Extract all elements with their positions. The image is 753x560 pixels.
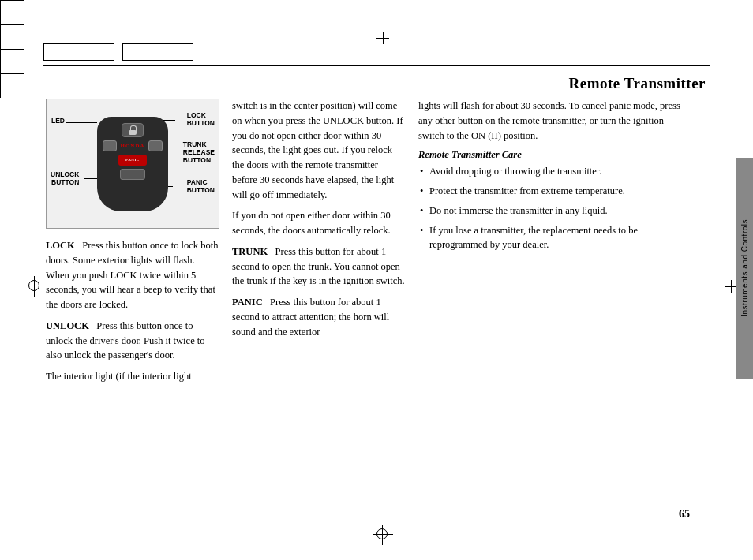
bullet-4: If you lose a transmitter, the replaceme… bbox=[418, 223, 688, 253]
header-rule bbox=[43, 65, 710, 66]
lock-button-label: LOCKBUTTON bbox=[187, 111, 215, 127]
interior-light-text: The interior light (if the interior ligh… bbox=[46, 369, 219, 384]
unlock-heading: UNLOCK bbox=[46, 320, 89, 331]
bullet-1: Avoid dropping or throwing the transmitt… bbox=[418, 164, 688, 179]
remote-btn-right bbox=[148, 140, 163, 151]
remote-panic-button-visual: PANIC bbox=[118, 155, 147, 166]
main-content: LED LOCKBUTTON TRUNKRELEASEBUTTON UNLOCK… bbox=[46, 99, 688, 505]
trunk-section: TRUNK Press this button for about 1 seco… bbox=[232, 245, 406, 289]
unlock-button-label: UNLOCKBUTTON bbox=[51, 170, 79, 186]
page-title: Remote Transmitter bbox=[569, 75, 706, 92]
lock-heading: LOCK bbox=[46, 240, 75, 251]
corner-mark-tl-h bbox=[0, 0, 24, 1]
led-line bbox=[66, 122, 97, 123]
panic-button-label: PANICBUTTON bbox=[187, 178, 215, 194]
corner-mark-tr-h bbox=[0, 24, 24, 25]
panic-heading: PANIC bbox=[232, 297, 263, 308]
led-label: LED bbox=[51, 117, 65, 125]
right-column: lights will flash for about 30 seconds. … bbox=[418, 99, 688, 505]
bullet-2: Protect the transmitter from extreme tem… bbox=[418, 184, 688, 199]
side-tab-text: Instruments and Controls bbox=[740, 219, 749, 317]
corner-mark-bl-v bbox=[0, 50, 1, 73]
remote-bottom-button bbox=[120, 169, 145, 180]
care-heading: Remote Transmitter Care bbox=[418, 149, 688, 161]
lights-flash-text: lights will flash for about 30 seconds. … bbox=[418, 99, 688, 143]
remote-diagram: LED LOCKBUTTON TRUNKRELEASEBUTTON UNLOCK… bbox=[46, 99, 219, 229]
switch-center-text: switch is in the center position) will c… bbox=[232, 99, 406, 202]
corner-mark-tl-v bbox=[0, 1, 1, 24]
corner-mark-br-v bbox=[0, 74, 1, 98]
panic-section: PANIC Press this button for about 1 seco… bbox=[232, 295, 406, 339]
page-number: 65 bbox=[679, 508, 690, 521]
trunk-button-label: TRUNKRELEASEBUTTON bbox=[183, 140, 215, 165]
corner-mark-tr-v bbox=[0, 25, 1, 49]
remote-lock-button bbox=[122, 123, 144, 137]
relock-text: If you do not open either door within 30… bbox=[232, 208, 406, 238]
lock-icon bbox=[129, 125, 137, 135]
side-tab: Instruments and Controls bbox=[736, 158, 753, 379]
corner-mark-br-h bbox=[0, 73, 24, 74]
middle-column: switch is in the center position) will c… bbox=[232, 99, 406, 505]
remote-middle-row: HONDA bbox=[103, 140, 162, 151]
corner-mark-bl-h bbox=[0, 49, 24, 50]
unlock-section: UNLOCK Press this button once to unlock … bbox=[46, 319, 219, 363]
trunk-heading: TRUNK bbox=[232, 246, 268, 257]
remote-body: HONDA PANIC bbox=[97, 117, 168, 211]
bullet-3: Do not immerse the transmitter in any li… bbox=[418, 203, 688, 218]
header-box-2 bbox=[122, 43, 193, 61]
lock-section: LOCK Press this button once to lock both… bbox=[46, 238, 219, 312]
header bbox=[43, 43, 710, 66]
remote-btn-left bbox=[103, 140, 117, 151]
header-boxes bbox=[43, 43, 710, 61]
header-box-1 bbox=[43, 43, 114, 61]
honda-logo: HONDA bbox=[120, 143, 144, 149]
left-column: LED LOCKBUTTON TRUNKRELEASEBUTTON UNLOCK… bbox=[46, 99, 219, 505]
care-bullet-list: Avoid dropping or throwing the transmitt… bbox=[418, 164, 688, 252]
